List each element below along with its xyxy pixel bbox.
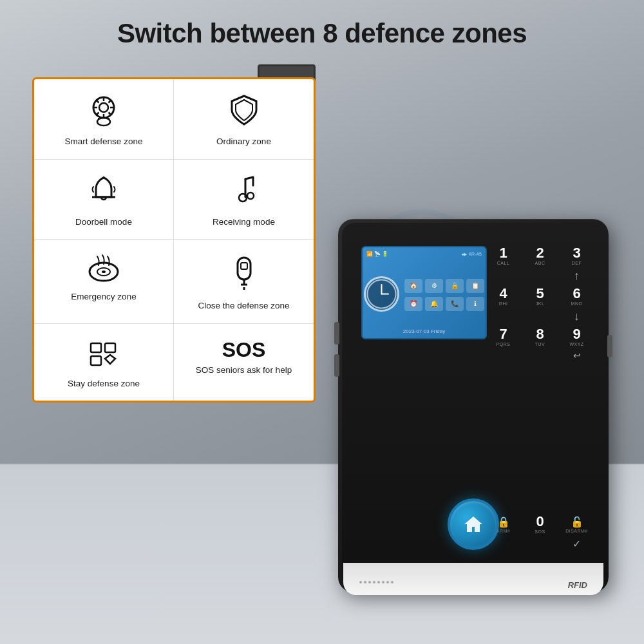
key-5[interactable]: 5 JKL	[524, 287, 556, 306]
key-9[interactable]: 9 WXYZ	[560, 327, 593, 346]
sos-icon: SOS	[222, 338, 266, 362]
key-0[interactable]: 0 SOS	[524, 515, 556, 534]
key-confirm[interactable]: ✓	[560, 538, 593, 550]
keypad[interactable]: 1 CALL 2 ABC 3 DEF ↑ 4	[487, 246, 593, 361]
key-8[interactable]: 8 TUV	[524, 327, 556, 346]
zones-grid: Smart defense zone Ordinary zone	[34, 79, 314, 401]
home-icon	[462, 513, 485, 536]
svg-point-1	[99, 103, 108, 112]
svg-point-16	[247, 193, 254, 199]
lcd-alarm-id: ●▶ KR-A5	[461, 252, 482, 257]
side-button-1[interactable]	[334, 322, 339, 345]
lcd-screen: 📶 📡 🔋 ●▶ KR-A5	[361, 246, 487, 339]
zone-doorbell-label: Doorbell mode	[75, 216, 132, 228]
zone-smart-defense: Smart defense zone	[34, 79, 174, 160]
stay-icons-icon	[87, 338, 120, 373]
zone-close-defense: Close the defense zone	[174, 240, 314, 324]
svg-rect-26	[105, 343, 115, 352]
zone-ordinary: Ordinary zone	[174, 79, 314, 160]
svg-rect-21	[241, 263, 247, 269]
svg-line-9	[96, 113, 99, 116]
key-2[interactable]: 2 ABC	[524, 246, 556, 265]
zone-stay-defense-label: Stay defense zone	[68, 378, 140, 390]
zone-doorbell: Doorbell mode	[34, 160, 174, 240]
defence-zones-card: Smart defense zone Ordinary zone	[32, 77, 316, 402]
zone-receiving-label: Receiving mode	[213, 216, 275, 228]
side-button-right[interactable]	[607, 335, 612, 357]
zone-close-defense-label: Close the defense zone	[198, 300, 290, 312]
zone-sos: SOS SOS seniors ask for help	[174, 324, 314, 401]
device-bottom-strip: RFID	[343, 563, 603, 595]
side-button-2[interactable]	[334, 354, 339, 377]
alarm-device: 📶 📡 🔋 ●▶ KR-A5	[338, 219, 609, 592]
svg-line-8	[109, 100, 112, 103]
zone-stay-defense: Stay defense zone	[34, 324, 174, 401]
svg-rect-27	[91, 356, 101, 365]
shield-icon	[229, 93, 259, 131]
lcd-clock	[364, 276, 399, 312]
lcd-status-bar: 📶 📡 🔋	[366, 251, 388, 257]
bottom-keypad[interactable]: 🔒 ARM# 0 SOS 🔓 DISARM# ✓	[487, 515, 593, 550]
key-arm[interactable]: 🔒 ARM#	[487, 515, 520, 534]
svg-line-7	[109, 113, 112, 116]
device-face: 📶 📡 🔋 ●▶ KR-A5	[342, 223, 605, 589]
lcd-date: 2023-07-03 Friday	[366, 328, 482, 334]
key-up[interactable]: ↑	[560, 269, 593, 283]
svg-line-6	[96, 100, 99, 103]
zone-emergency-label: Emergency zone	[71, 291, 136, 303]
key-disarm[interactable]: 🔓 DISARM#	[560, 515, 593, 534]
key-4[interactable]: 4 GHI	[487, 287, 520, 306]
key-7[interactable]: 7 PQRS	[487, 327, 520, 346]
lcd-app-icons: 🏠 ⚙ 🔒 📋	[404, 276, 484, 294]
zone-ordinary-label: Ordinary zone	[216, 136, 271, 147]
zone-sos-label: SOS seniors ask for help	[196, 365, 292, 376]
speaker-grill	[359, 581, 393, 583]
rfid-label: RFID	[568, 580, 587, 590]
music-note-icon	[231, 174, 257, 211]
brain-gear-icon	[87, 93, 120, 131]
smoke-detector-icon	[86, 254, 122, 286]
key-backspace[interactable]: ↩	[560, 350, 593, 361]
zone-emergency: Emergency zone	[34, 240, 174, 324]
zone-smart-defense-label: Smart defense zone	[65, 136, 143, 147]
key-3[interactable]: 3 DEF	[560, 246, 593, 265]
page-title: Switch between 8 defence zones	[0, 18, 644, 49]
bell-icon	[88, 174, 119, 211]
device-body: 📶 📡 🔋 ●▶ KR-A5	[338, 219, 609, 592]
key-1[interactable]: 1 CALL	[487, 246, 520, 265]
key-fob-icon	[232, 254, 256, 295]
key-down[interactable]: ↓	[560, 310, 593, 323]
svg-rect-25	[91, 343, 101, 352]
key-6[interactable]: 6 MNO	[560, 287, 593, 306]
svg-point-19	[102, 270, 106, 273]
zone-receiving: Receiving mode	[174, 160, 314, 240]
